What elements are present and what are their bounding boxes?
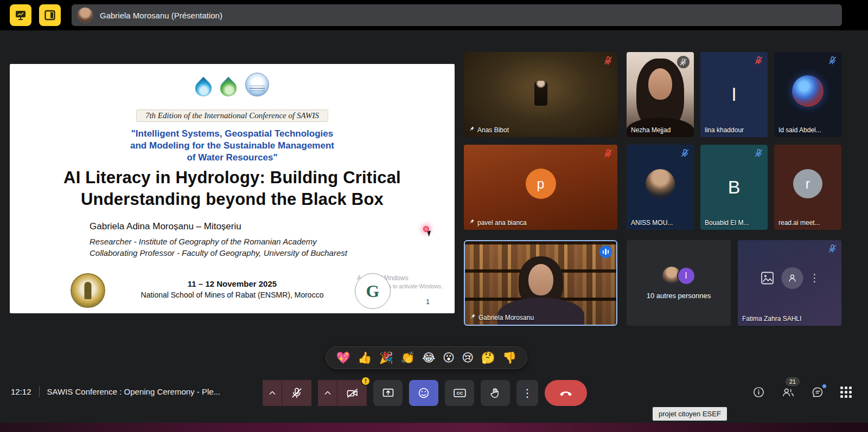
reaction-surprised-button[interactable]: 😮	[443, 351, 455, 364]
chat-notification-dot	[822, 384, 826, 388]
participant-name: lina khaddour	[705, 126, 744, 134]
participant-tile[interactable]: Id said Abdel...	[774, 52, 841, 137]
reaction-celebrate-button[interactable]: 🎉	[379, 351, 393, 364]
reaction-clap-button[interactable]: 👏	[400, 351, 414, 364]
presenter-title: Gabriela Morosanu (Présentation)	[100, 11, 222, 20]
participants-button[interactable]: 21	[781, 386, 795, 398]
participant-photo-avatar	[646, 169, 675, 198]
participant-count-badge: 21	[786, 377, 800, 386]
camera-alert-badge: !	[361, 376, 371, 386]
meeting-title: SAWIS Conference : Opening Ceremony - Pl…	[47, 387, 221, 396]
sawis-conference-logo	[245, 73, 269, 96]
shared-screen-slide: 7th Edition of the International Confere…	[10, 64, 455, 313]
camera-toggle-button[interactable]: !	[337, 380, 367, 406]
theme-line: of Water Resources"	[10, 152, 455, 164]
reaction-thumbs-up-button[interactable]: 👍	[358, 351, 372, 364]
meeting-info: 12:12 SAWIS Conference : Opening Ceremon…	[11, 386, 220, 397]
author-name: Gabriela Adina Moroșanu – Mitoșeriu	[90, 221, 347, 232]
participant-tile[interactable]: ANISS MOU...	[627, 145, 694, 230]
participant-name: read.ai meet...	[778, 219, 820, 227]
hang-up-icon	[559, 386, 573, 400]
meeting-side-controls: 21	[752, 386, 852, 398]
reaction-sad-button[interactable]: 😢	[462, 351, 474, 364]
raise-hand-icon	[489, 387, 501, 399]
side-panel-app-icon[interactable]	[39, 4, 61, 26]
call-controls: ! CC ⋮	[263, 380, 587, 406]
camera-control-group: !	[318, 380, 367, 406]
participant-name: Anas Bibot	[477, 126, 509, 134]
contact-card-icon	[781, 267, 803, 289]
slide-page-number: 1	[426, 298, 430, 306]
pin-icon	[468, 218, 475, 227]
presentation-app-icon[interactable]	[10, 4, 31, 26]
participant-avatar: p	[526, 169, 556, 199]
mic-muted-icon	[754, 56, 763, 65]
participant-name: ANISS MOU...	[631, 219, 673, 227]
mic-control-group	[263, 380, 311, 406]
reaction-thumbs-down-button[interactable]: 👎	[502, 351, 516, 364]
leave-call-button[interactable]	[545, 380, 587, 406]
romanian-academy-logo	[71, 273, 105, 308]
overflow-avatars: l	[662, 267, 695, 285]
apps-grid-icon	[840, 386, 852, 398]
slide-title-line: AI Literacy in Hydrology: Building Criti…	[10, 167, 455, 189]
participant-name: Id said Abdel...	[778, 126, 821, 134]
participant-name: Gabriela Morosanu	[478, 314, 534, 321]
university-bucharest-logo: G	[355, 273, 391, 309]
participant-tile-active-speaker[interactable]: Gabriela Morosanu	[464, 240, 617, 326]
info-button[interactable]	[752, 386, 765, 398]
apps-button[interactable]	[840, 386, 852, 398]
meeting-time: 12:12	[11, 387, 31, 396]
author-block: Gabriela Adina Moroșanu – Mitoșeriu Rese…	[90, 221, 347, 259]
participant-tile[interactable]: B Bouabid El M...	[700, 145, 768, 230]
participant-tile[interactable]: Anas Bibot	[464, 52, 617, 137]
meeting-window: Gabriela Morosanu (Présentation) 7th Edi…	[0, 0, 868, 432]
desktop-wallpaper-strip	[0, 423, 868, 432]
raise-hand-button[interactable]	[481, 380, 510, 406]
pin-icon	[468, 126, 475, 134]
chat-icon	[812, 386, 824, 398]
reactions-button[interactable]	[409, 380, 438, 406]
water-drop-logo-icon	[192, 77, 215, 100]
overflow-participants-tile[interactable]: l 10 autres personnes	[627, 240, 731, 326]
slide-title-line: Understanding beyond the Black Box	[10, 189, 455, 210]
conference-edition: 7th Edition of the International Confere…	[10, 109, 455, 122]
chat-button[interactable]	[812, 386, 824, 398]
reaction-thinking-button[interactable]: 🤔	[481, 351, 495, 364]
mic-options-chevron[interactable]	[263, 380, 282, 406]
smiley-icon	[417, 386, 430, 399]
camera-options-chevron[interactable]	[318, 380, 337, 406]
mic-mute-button[interactable]	[282, 380, 311, 406]
share-screen-icon	[382, 387, 394, 399]
participant-name: Fatima Zahra SAHLI	[742, 315, 801, 323]
overflow-count-label: 10 autres personnes	[647, 292, 711, 300]
mic-muted-icon	[677, 56, 690, 68]
reaction-heart-button[interactable]: 💖	[336, 351, 350, 364]
reaction-laugh-button[interactable]: 😂	[422, 351, 436, 364]
participant-tile[interactable]: p pavel ana bianca	[464, 145, 617, 230]
camera-off-icon	[346, 387, 359, 399]
participant-tile[interactable]: r read.ai meet...	[774, 145, 841, 230]
captions-button[interactable]: CC	[445, 380, 474, 406]
presenter-title-bar[interactable]: Gabriela Morosanu (Présentation)	[72, 4, 842, 26]
camera-off-placeholder: ⋮	[760, 267, 820, 289]
participant-avatar: l	[677, 267, 695, 285]
water-drop-logo-icon	[217, 77, 240, 100]
participant-tile[interactable]: Nezha Mejjad	[627, 52, 694, 137]
laser-pointer-dot	[423, 226, 429, 232]
theme-line: and Modeling for the Sustainable Managem…	[10, 140, 455, 152]
share-screen-button[interactable]	[373, 380, 403, 406]
camera-frame	[534, 81, 547, 106]
more-options-button[interactable]: ⋮	[516, 380, 538, 406]
tooltip: projet citoyen ESEF	[653, 407, 727, 421]
people-icon	[781, 386, 795, 398]
more-options-icon: ⋮	[809, 273, 820, 283]
participant-name: Bouabid El M...	[705, 219, 749, 227]
mic-muted-icon	[680, 149, 690, 158]
participant-name: Nezha Mejjad	[631, 126, 671, 134]
slide-title: AI Literacy in Hydrology: Building Criti…	[10, 167, 455, 210]
mic-muted-icon	[603, 149, 613, 158]
participant-tile[interactable]: l lina khaddour	[700, 52, 768, 137]
speaking-indicator-icon	[599, 246, 612, 258]
participant-tile[interactable]: ⋮ Fatima Zahra SAHLI	[738, 240, 841, 326]
